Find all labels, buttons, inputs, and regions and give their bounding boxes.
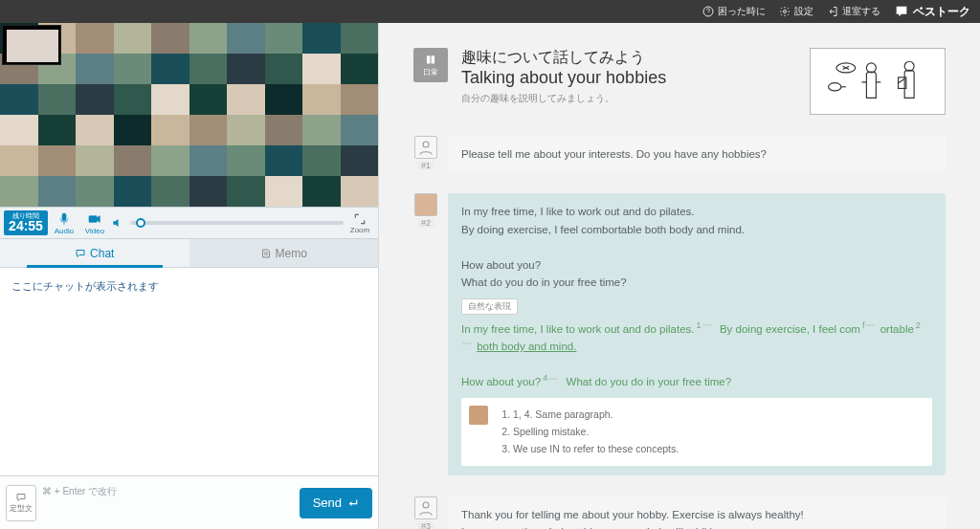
svg-point-11 — [904, 61, 914, 71]
lesson-illustration — [810, 48, 946, 115]
message-row: #1 Please tell me about your interests. … — [413, 136, 946, 172]
volume-track[interactable] — [130, 221, 344, 225]
message-number: #2 — [417, 218, 434, 228]
expand-icon — [353, 212, 367, 226]
lesson-title-jp: 趣味について話してみよう — [461, 48, 796, 68]
tutor-avatar-icon — [414, 496, 437, 519]
chat-icon — [75, 248, 86, 259]
tab-memo[interactable]: Memo — [189, 239, 379, 267]
feedback-box: 1, 4. Same paragraph. Spelling mistake. … — [461, 398, 932, 465]
message-bubble: Thank you for telling me about your hobb… — [448, 496, 946, 529]
exit-icon — [827, 6, 838, 17]
volume-thumb[interactable] — [136, 218, 145, 228]
help-button[interactable]: 困った時に — [702, 5, 766, 18]
svg-point-13 — [423, 142, 429, 147]
composer: 定型文 ⌘ + Enter で改行 Send — [0, 475, 378, 529]
annotation-marker: f — [860, 320, 878, 330]
svg-rect-6 — [89, 215, 97, 222]
tutor-photo — [469, 406, 488, 425]
svg-point-4 — [902, 9, 903, 11]
help-icon — [702, 6, 714, 17]
enter-icon — [345, 496, 359, 510]
audio-toggle[interactable]: Audio — [50, 211, 78, 235]
lesson-badge: 日常 — [413, 48, 448, 82]
message-bubble: In my free time, I like to work out and … — [448, 193, 946, 474]
lesson-header: 日常 趣味について話してみよう Talking about your hobbi… — [413, 48, 946, 115]
left-pane: 残り時間 24:55 Audio Video Zoom Chat Memo — [0, 23, 379, 529]
send-button[interactable]: Send — [300, 488, 372, 518]
svg-point-3 — [900, 9, 902, 11]
user-avatar — [414, 193, 437, 216]
message-row: #2 In my free time, I like to work out a… — [413, 193, 946, 474]
help-label: 困った時に — [718, 5, 766, 18]
lesson-subtitle: 自分の趣味を説明してみましょう。 — [461, 92, 796, 105]
annotation-marker: 4 — [541, 373, 560, 383]
settings-label: 設定 — [794, 5, 813, 18]
svg-point-14 — [423, 502, 429, 508]
exit-label: 退室する — [842, 5, 880, 18]
compose-hint: ⌘ + Enter で改行 — [42, 485, 117, 498]
annotation-marker: 1 — [695, 320, 714, 330]
zoom-button[interactable]: Zoom — [345, 212, 374, 234]
message-row: #3 Thank you for telling me about your h… — [413, 496, 946, 529]
memo-icon — [260, 248, 272, 259]
illustration-svg — [822, 54, 933, 109]
tutor-avatar-icon — [414, 136, 437, 159]
template-button[interactable]: 定型文 — [6, 485, 36, 521]
brand-icon — [894, 4, 909, 19]
self-view[interactable] — [2, 25, 61, 65]
natural-expression-tag: 自然な表現 — [461, 298, 518, 314]
message-number: #3 — [417, 521, 434, 529]
svg-point-2 — [784, 11, 787, 13]
svg-rect-5 — [62, 213, 66, 221]
lesson-title-en: Talking about your hobbies — [461, 68, 796, 88]
timer-value: 24:55 — [4, 219, 48, 233]
speaker-icon — [111, 216, 124, 230]
svg-point-1 — [708, 14, 709, 15]
exit-button[interactable]: 退室する — [827, 5, 880, 18]
svg-point-8 — [829, 83, 841, 91]
settings-button[interactable]: 設定 — [779, 5, 813, 18]
video-controls: 残り時間 24:55 Audio Video Zoom — [0, 207, 378, 239]
topbar: 困った時に 設定 退室する ベストーク — [0, 0, 980, 23]
camera-icon — [87, 211, 102, 227]
right-pane: 日常 趣味について話してみよう Talking about your hobbi… — [379, 23, 980, 529]
tab-chat[interactable]: Chat — [0, 239, 189, 267]
compose-field[interactable]: ⌘ + Enter で改行 — [42, 485, 294, 521]
chat-tabs: Chat Memo — [0, 239, 378, 268]
svg-point-10 — [866, 63, 876, 73]
video-toggle[interactable]: Video — [80, 211, 109, 235]
timer: 残り時間 24:55 — [4, 210, 48, 235]
gear-icon — [779, 6, 791, 17]
video-area — [0, 23, 378, 207]
message-bubble: Please tell me about your interests. Do … — [448, 136, 946, 172]
feedback-list: 1, 4. Same paragraph. Spelling mistake. … — [496, 406, 679, 457]
brand-text: ベストーク — [913, 4, 970, 20]
chat-body: ここにチャットが表示されます — [0, 268, 378, 475]
tab-underline — [27, 265, 163, 268]
natural-expression: In my free time, I like to work out and … — [461, 320, 932, 391]
speech-bubble-icon — [15, 492, 27, 503]
mic-icon — [56, 211, 72, 227]
volume-slider[interactable] — [111, 216, 344, 230]
brand: ベストーク — [894, 4, 970, 20]
chat-placeholder: ここにチャットが表示されます — [11, 280, 159, 292]
message-number: #1 — [417, 161, 434, 170]
book-icon — [424, 54, 437, 67]
